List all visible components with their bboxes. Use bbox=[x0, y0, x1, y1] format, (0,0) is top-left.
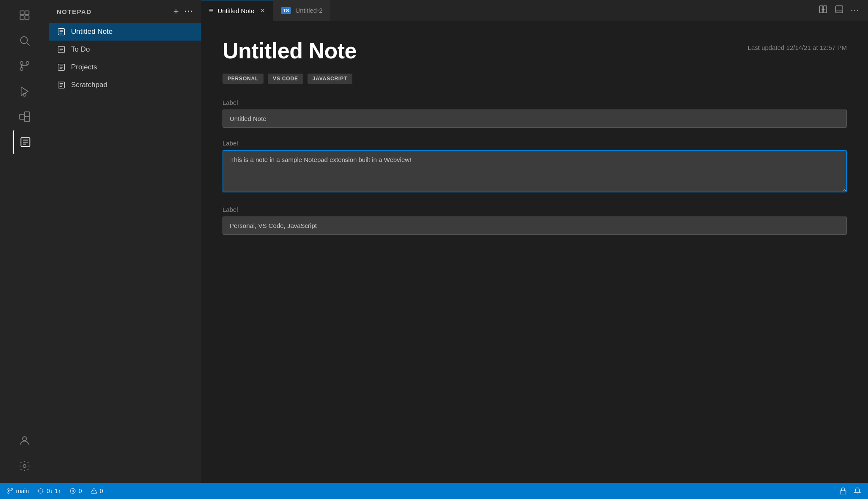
svg-rect-11 bbox=[19, 114, 25, 119]
sidebar-item-label: Untitled Note bbox=[71, 27, 113, 36]
tags-row: PERSONAL VS CODE JAVASCRIPT bbox=[222, 74, 847, 84]
tag-vscode[interactable]: VS CODE bbox=[268, 74, 303, 84]
svg-point-40 bbox=[8, 488, 9, 490]
notepad-icon[interactable] bbox=[13, 130, 36, 154]
note-icon-2 bbox=[57, 45, 66, 54]
tab-bar-actions: ··· bbox=[819, 0, 868, 21]
tags-field-label: Label bbox=[222, 206, 847, 213]
git-branch-item[interactable]: main bbox=[7, 488, 29, 494]
bell-icon bbox=[854, 487, 861, 495]
body-field-label: Label bbox=[222, 140, 847, 147]
sidebar-item-scratchpad[interactable]: Scratchpad bbox=[49, 76, 201, 94]
warnings-count: 0 bbox=[100, 488, 103, 494]
sidebar-item-label: To Do bbox=[71, 45, 90, 54]
body-textarea[interactable]: This is a note in a sample Notepad exten… bbox=[222, 150, 847, 192]
source-control-icon[interactable] bbox=[13, 54, 36, 78]
git-branch-label: main bbox=[16, 488, 29, 494]
sidebar-header-actions: + ··· bbox=[173, 6, 193, 17]
tab-close-button[interactable]: ✕ bbox=[260, 7, 265, 14]
status-bar-right bbox=[839, 487, 861, 495]
sidebar-header: NOTEPAD + ··· bbox=[49, 0, 201, 23]
activity-bar bbox=[0, 0, 49, 483]
settings-icon[interactable] bbox=[13, 454, 36, 478]
errors-item[interactable]: 0 bbox=[69, 488, 82, 494]
more-editor-options-button[interactable]: ··· bbox=[851, 6, 860, 15]
remote-svg bbox=[839, 487, 847, 495]
status-bar: main 0↓ 1↑ 0 0 bbox=[0, 483, 868, 499]
sidebar-item-untitled-note[interactable]: Untitled Note bbox=[49, 23, 201, 41]
svg-point-7 bbox=[20, 68, 23, 71]
svg-rect-1 bbox=[20, 16, 24, 19]
svg-rect-0 bbox=[20, 11, 24, 15]
tab-bar: ≡ Untitled Note ✕ TS Untitled-2 ·· bbox=[201, 0, 868, 21]
svg-rect-38 bbox=[836, 6, 843, 13]
svg-point-4 bbox=[21, 37, 27, 44]
sidebar-item-to-do[interactable]: To Do bbox=[49, 41, 201, 58]
svg-marker-9 bbox=[21, 87, 28, 96]
error-icon bbox=[69, 488, 76, 494]
svg-point-18 bbox=[22, 437, 26, 441]
body-field-section: Label This is a note in a sample Notepad… bbox=[222, 140, 847, 194]
note-icon-3 bbox=[57, 63, 66, 72]
editor-content: Untitled Note Last updated 12/14/21 at 1… bbox=[201, 21, 868, 483]
note-last-updated: Last updated 12/14/21 at 12:57 PM bbox=[748, 38, 847, 51]
editor-area: ≡ Untitled Note ✕ TS Untitled-2 ·· bbox=[201, 0, 868, 483]
tab-untitled-2[interactable]: TS Untitled-2 bbox=[273, 0, 330, 21]
add-note-button[interactable]: + bbox=[173, 6, 179, 17]
svg-point-41 bbox=[8, 492, 9, 494]
tags-input[interactable] bbox=[222, 217, 847, 235]
sidebar-title: NOTEPAD bbox=[57, 8, 92, 15]
ts-badge: TS bbox=[281, 7, 291, 14]
split-editor-button[interactable] bbox=[819, 5, 828, 16]
svg-rect-48 bbox=[840, 491, 846, 494]
explorer-icon[interactable] bbox=[13, 3, 36, 27]
sync-label: 0↓ 1↑ bbox=[47, 488, 60, 494]
tags-field-section: Label bbox=[222, 206, 847, 235]
sync-icon bbox=[37, 488, 44, 494]
errors-count: 0 bbox=[79, 488, 82, 494]
extensions-icon[interactable] bbox=[13, 105, 36, 129]
warning-icon bbox=[91, 488, 97, 494]
remote-icon[interactable] bbox=[839, 487, 847, 495]
git-branch-icon bbox=[7, 488, 14, 494]
label-field-label: Label bbox=[222, 99, 847, 106]
tab-label: Untitled Note bbox=[218, 7, 255, 14]
note-icon bbox=[57, 27, 66, 36]
tab-note-icon: ≡ bbox=[209, 6, 214, 15]
svg-rect-13 bbox=[25, 117, 30, 122]
tab-label-2: Untitled-2 bbox=[295, 7, 322, 14]
label-field-section: Label bbox=[222, 99, 847, 128]
run-debug-icon[interactable] bbox=[13, 80, 36, 103]
sidebar-item-label: Scratchpad bbox=[71, 81, 107, 89]
tag-personal[interactable]: PERSONAL bbox=[222, 74, 264, 84]
tag-javascript[interactable]: JAVASCRIPT bbox=[308, 74, 352, 84]
sidebar: NOTEPAD + ··· Untitled Note To Do bbox=[49, 0, 201, 483]
tab-untitled-note[interactable]: ≡ Untitled Note ✕ bbox=[201, 0, 273, 21]
svg-rect-2 bbox=[25, 11, 29, 15]
sync-status-item[interactable]: 0↓ 1↑ bbox=[37, 488, 60, 494]
search-icon[interactable] bbox=[13, 29, 36, 52]
toggle-panel-button[interactable] bbox=[835, 5, 844, 16]
svg-point-6 bbox=[20, 62, 23, 65]
account-icon[interactable] bbox=[13, 429, 36, 452]
note-icon-4 bbox=[57, 80, 66, 90]
svg-rect-3 bbox=[25, 16, 29, 19]
svg-point-8 bbox=[26, 62, 29, 65]
note-title: Untitled Note bbox=[222, 38, 357, 63]
svg-point-19 bbox=[23, 465, 26, 468]
sidebar-item-label: Projects bbox=[71, 63, 97, 71]
svg-line-5 bbox=[27, 43, 29, 45]
note-header: Untitled Note Last updated 12/14/21 at 1… bbox=[222, 38, 847, 63]
svg-point-42 bbox=[11, 488, 13, 490]
label-input[interactable] bbox=[222, 110, 847, 128]
warnings-item[interactable]: 0 bbox=[91, 488, 103, 494]
sidebar-item-projects[interactable]: Projects bbox=[49, 58, 201, 76]
svg-rect-12 bbox=[25, 112, 30, 117]
more-options-button[interactable]: ··· bbox=[184, 7, 193, 16]
notification-icon[interactable] bbox=[854, 487, 861, 495]
